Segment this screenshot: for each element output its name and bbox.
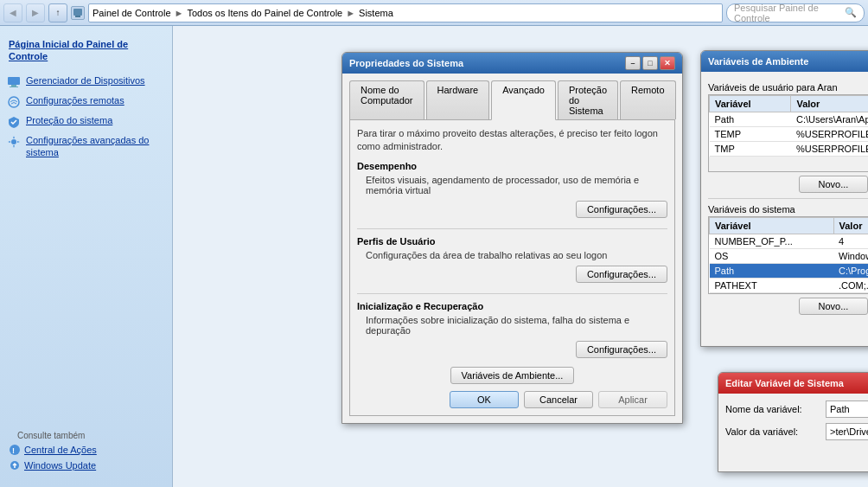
inicializacao-config-btn[interactable]: Configurações... xyxy=(576,341,667,358)
edit-var-title: Editar Variável de Sistema xyxy=(725,378,844,388)
sys-props-titlebar: Propriedades do Sistema – □ ✕ xyxy=(342,53,682,74)
address-part-1: Painel de Controle xyxy=(93,8,171,18)
user-col-val: Valor xyxy=(791,96,868,112)
edit-var-name-input[interactable] xyxy=(826,400,868,418)
sys-var-name: PATHEXT xyxy=(710,279,834,293)
edit-var-value-label: Valor da variável: xyxy=(725,426,820,437)
inicializacao-title: Inicialização e Recuperação xyxy=(357,301,667,311)
user-vars-buttons: Novo... Editar... Excluir xyxy=(708,176,868,193)
sys-props-title: Propriedades do Sistema xyxy=(349,58,463,68)
user-vars-table-container: Variável Valor PathC:\Users\Aran\AppData… xyxy=(708,94,868,172)
back-button[interactable]: ◀ xyxy=(3,3,22,22)
address-bar[interactable]: Painel de Controle ► Todos os Itens do P… xyxy=(88,3,723,22)
sys-var-value: 4 xyxy=(833,234,868,249)
sys-props-maximize[interactable]: □ xyxy=(642,56,658,70)
main-layout: Página Inicial do Painel de Controle Ger… xyxy=(0,26,868,487)
sidebar-bottom: Consulte também ! Central de Ações Windo… xyxy=(0,417,172,480)
user-var-value: C:\Users\Aran\AppData\Local\Box\Box ... xyxy=(791,112,868,127)
sys-novo-btn[interactable]: Novo... xyxy=(799,298,868,315)
user-col-var: Variável xyxy=(710,96,791,112)
perfil-desc: Configurações da área de trabalho relati… xyxy=(366,248,667,262)
svg-point-7 xyxy=(10,445,20,455)
inicializacao-desc: Informações sobre inicialização do siste… xyxy=(366,313,667,337)
sys-var-name: Path xyxy=(710,264,834,279)
sidebar-home[interactable]: Página Inicial do Painel de Controle xyxy=(0,33,172,72)
sidebar-item-gerenciador[interactable]: Gerenciador de Dispositivos xyxy=(0,72,172,92)
sidebar-item-remotas[interactable]: Configurações remotas xyxy=(0,92,172,112)
address-icon xyxy=(71,6,85,20)
svg-rect-2 xyxy=(8,77,20,85)
sys-vars-table: Variável Valor NUMBER_OF_P...4OSWindows_… xyxy=(709,217,868,293)
sys-props-tabs: Nome do Computador Hardware Avançado Pro… xyxy=(349,80,675,120)
env-vars-btn[interactable]: Variáveis de Ambiente... xyxy=(450,367,575,384)
svg-rect-3 xyxy=(11,85,16,87)
edit-var-body: Nome da variável: Valor da variável: OK … xyxy=(718,394,868,471)
sys-var-row[interactable]: PathC:\ProgramData\Oracle\Java\javapath;… xyxy=(710,264,869,279)
user-var-value: %USERPROFILE%\AppData\Local\Temp xyxy=(791,127,868,142)
see-also-label: Consulte também xyxy=(9,424,163,442)
perfil-config-btn[interactable]: Configurações... xyxy=(576,266,667,283)
user-var-row[interactable]: PathC:\Users\Aran\AppData\Local\Box\Box … xyxy=(710,112,869,127)
remote-icon xyxy=(7,95,21,109)
user-var-name: Path xyxy=(710,112,791,127)
monitor-icon xyxy=(7,75,21,89)
tab-protecao[interactable]: Proteção do Sistema xyxy=(558,80,618,119)
sidebar-item-avancadas[interactable]: Configurações avançadas do sistema xyxy=(0,131,172,162)
sys-props-close[interactable]: ✕ xyxy=(660,56,675,70)
edit-var-value-input[interactable] xyxy=(826,423,868,440)
sys-props-cancel-btn[interactable]: Cancelar xyxy=(524,391,593,408)
up-button[interactable]: ↑ xyxy=(48,3,67,22)
env-vars-bottom-buttons: OK Cancelar xyxy=(708,322,868,339)
sys-var-name: OS xyxy=(710,249,834,264)
user-var-value: %USERPROFILE%\AppData\Local\Temp xyxy=(791,142,868,157)
perfil-btn-row: Configurações... xyxy=(357,262,667,288)
edit-var-bottom-buttons: OK Cancelar xyxy=(725,447,868,465)
sidebar-item-windows-update[interactable]: Windows Update xyxy=(9,458,163,473)
search-box[interactable]: Pesquisar Painel de Controle 🔍 xyxy=(726,3,865,22)
system-properties-dialog: Propriedades do Sistema – □ ✕ Nome do Co… xyxy=(341,52,683,424)
edit-var-titlebar: Editar Variável de Sistema ✕ xyxy=(718,373,868,394)
content-area: Propriedades do Sistema – □ ✕ Nome do Co… xyxy=(173,26,868,487)
user-var-name: TMP xyxy=(710,142,791,157)
sys-props-minimize[interactable]: – xyxy=(625,56,641,70)
tab-hardware[interactable]: Hardware xyxy=(426,80,490,119)
sys-var-value: .COM;.EXE;.BAT;.CMD;.VBS;.VBE;.JS;... xyxy=(833,279,868,293)
env-vars-body: Variáveis de usuário para Aran Variável … xyxy=(701,72,868,346)
inicializacao-section: Inicialização e Recuperação Informações … xyxy=(357,301,667,363)
address-part-2: Todos os Itens do Painel de Controle xyxy=(187,8,342,18)
search-icon: 🔍 xyxy=(845,7,857,18)
sys-props-content: Para tirar o máximo proveito destas alte… xyxy=(349,120,675,416)
sys-var-name: NUMBER_OF_P... xyxy=(710,234,834,249)
sys-var-value: Windows_NT xyxy=(833,249,868,264)
sidebar-item-protecao[interactable]: Proteção do sistema xyxy=(0,112,172,131)
shield-icon xyxy=(7,115,21,129)
tab-nome-computador[interactable]: Nome do Computador xyxy=(349,80,424,119)
sys-col-val: Valor xyxy=(833,218,868,234)
user-var-row[interactable]: TMP%USERPROFILE%\AppData\Local\Temp xyxy=(710,142,869,157)
sidebar-item-central[interactable]: ! Central de Ações xyxy=(9,442,163,458)
user-var-row[interactable]: TEMP%USERPROFILE%\AppData\Local\Temp xyxy=(710,127,869,142)
sys-vars-buttons: Novo... Editar... Excluir xyxy=(708,298,868,315)
forward-button[interactable]: ▶ xyxy=(26,3,45,22)
env-vars-title: Variáveis de Ambiente xyxy=(708,56,808,67)
sys-var-row[interactable]: PATHEXT.COM;.EXE;.BAT;.CMD;.VBS;.VBE;.JS… xyxy=(710,279,869,293)
address-part-3: Sistema xyxy=(359,8,393,18)
sys-props-apply-btn[interactable]: Aplicar xyxy=(598,391,667,408)
desempenho-config-btn[interactable]: Configurações... xyxy=(576,201,667,218)
central-icon: ! xyxy=(9,444,21,456)
user-vars-section-label: Variáveis de usuário para Aran xyxy=(708,82,868,93)
windows-update-icon xyxy=(9,459,21,471)
sys-props-ok-btn[interactable]: OK xyxy=(450,391,519,408)
perfil-title: Perfis de Usuário xyxy=(357,236,667,247)
tab-remoto[interactable]: Remoto xyxy=(620,80,676,119)
user-novo-btn[interactable]: Novo... xyxy=(799,176,868,193)
tab-avancado[interactable]: Avançado xyxy=(491,80,556,120)
sys-var-row[interactable]: NUMBER_OF_P...4 xyxy=(710,234,869,249)
user-vars-table: Variável Valor PathC:\Users\Aran\AppData… xyxy=(709,95,868,157)
sys-var-row[interactable]: OSWindows_NT xyxy=(710,249,869,264)
sys-props-title-buttons: – □ ✕ xyxy=(625,56,675,70)
edit-var-name-row: Nome da variável: xyxy=(725,400,868,418)
desempenho-btn-row: Configurações... xyxy=(357,197,667,223)
sys-vars-section-label: Variáveis do sistema xyxy=(708,204,868,215)
svg-rect-0 xyxy=(73,9,82,16)
